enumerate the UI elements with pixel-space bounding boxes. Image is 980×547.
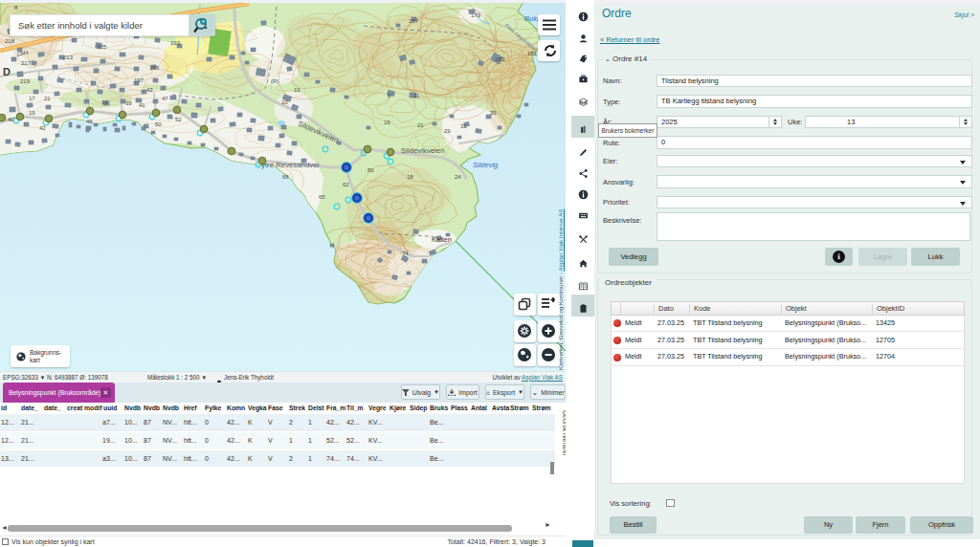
svg-text:Kallen: Kallen [432,235,452,244]
svg-text:(R): (R) [271,78,278,84]
svg-text:80: 80 [368,167,374,173]
svg-text:19: 19 [384,120,390,125]
svg-text:35: 35 [490,110,497,116]
svg-text:17: 17 [29,96,35,101]
svg-text:217: 217 [21,60,32,66]
svg-text:D: D [3,66,11,77]
svg-text:65: 65 [319,194,325,200]
svg-text:42: 42 [39,125,46,131]
svg-text:19: 19 [29,110,35,116]
svg-text:52: 52 [175,117,182,122]
svg-text:213: 213 [63,55,74,60]
svg-text:219: 219 [20,78,31,84]
svg-text:ytre Revesandvei: ytre Revesandvei [261,161,320,169]
svg-text:29: 29 [444,128,451,134]
svg-text:31: 31 [460,123,467,129]
svg-text:205: 205 [97,44,107,50]
svg-text:197: 197 [134,77,145,83]
svg-text:46: 46 [86,119,93,124]
svg-text:183: 183 [495,56,505,62]
svg-text:13: 13 [294,87,301,93]
svg-text:39: 39 [125,100,132,106]
svg-text:18: 18 [407,174,413,180]
svg-text:11: 11 [413,93,420,98]
svg-text:68: 68 [282,174,289,180]
svg-text:195: 195 [149,65,160,71]
svg-text:187: 187 [409,18,419,24]
svg-text:Sildevikveien: Sildevikveien [401,146,445,155]
svg-text:10: 10 [281,99,288,105]
svg-text:21: 21 [417,122,424,128]
svg-text:Sildevig: Sildevig [473,161,499,169]
svg-text:50: 50 [155,121,162,127]
svg-text:74: 74 [402,251,409,256]
svg-text:62: 62 [343,182,349,187]
svg-text:193: 193 [170,40,181,46]
svg-text:33: 33 [101,99,108,105]
svg-text:218: 218 [5,38,15,44]
svg-text:181: 181 [527,51,538,56]
svg-text:179: 179 [471,12,481,18]
svg-text:21: 21 [44,96,51,101]
svg-text:43: 43 [146,87,153,93]
svg-text:41: 41 [139,102,145,108]
svg-text:24: 24 [455,174,461,180]
svg-text:47: 47 [162,96,168,101]
